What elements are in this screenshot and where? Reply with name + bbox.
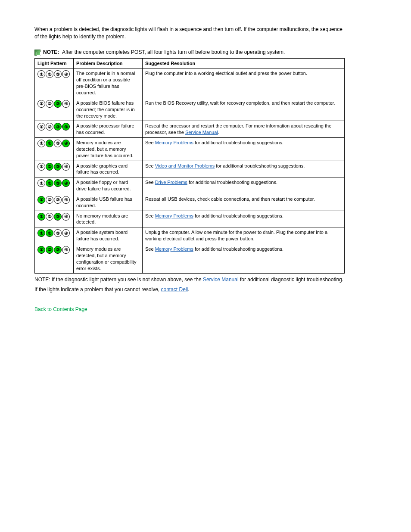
diagnostic-light-4: ④ [62, 213, 70, 221]
diagnostic-light-3: ③ [54, 179, 62, 187]
resolution-cell: See Memory Problems for additional troub… [143, 244, 345, 274]
back-to-contents-link[interactable]: Back to Contents Page [34, 306, 87, 312]
diagnostic-light-2: ② [46, 140, 53, 147]
table-row: ①②③④Memory modules are detected, but a m… [35, 138, 345, 161]
diagnostic-light-4: ④ [62, 196, 70, 204]
table-row: ①②③④A possible processor failure has occ… [35, 121, 345, 138]
diagnostic-light-2: ② [46, 246, 53, 254]
diagnostic-light-1: ① [37, 123, 45, 131]
problem-description-cell: A possible BIOS failure has occurred; th… [74, 98, 143, 121]
diagnostic-light-1: ① [37, 229, 45, 237]
resolution-cell: Reseat all USB devices, check cable conn… [143, 194, 345, 211]
light-pattern-cell: ①②③④ [35, 98, 74, 121]
diagnostic-light-1: ① [37, 213, 45, 221]
table-row: ①②③④A possible system board failure has … [35, 227, 345, 244]
diagnostic-light-4: ④ [62, 123, 70, 131]
closing-note: NOTE: If the diagnostic light pattern yo… [34, 276, 345, 283]
diagnostic-light-3: ③ [54, 196, 62, 204]
diagnostic-light-3: ③ [54, 123, 62, 131]
diagnostic-light-3: ③ [54, 229, 62, 237]
problem-description-cell: A possible system board failure has occu… [74, 227, 143, 244]
diagnostic-light-2: ② [46, 213, 53, 221]
problem-description-cell: A possible floppy or hard drive failure … [74, 177, 143, 194]
col-header-light-pattern: Light Pattern [35, 58, 74, 68]
light-pattern-cell: ①②③④ [35, 194, 74, 211]
note-label: NOTE: [43, 49, 59, 55]
diagnostic-light-2: ② [46, 123, 53, 131]
diagnostic-light-4: ④ [62, 70, 70, 78]
problem-description-cell: The computer is in a normal off conditio… [74, 68, 143, 98]
diagnostic-light-1: ① [37, 140, 45, 147]
intro-paragraph: When a problem is detected, the diagnost… [34, 26, 345, 40]
resolution-cell: See Drive Problems for additional troubl… [143, 177, 345, 194]
light-pattern-cell: ①②③④ [35, 138, 74, 161]
problem-description-cell: No memory modules are detected. [74, 211, 143, 227]
diagnostic-light-4: ④ [62, 140, 70, 147]
resolution-cell: See Memory Problems for additional troub… [143, 211, 345, 227]
diagnostic-light-2: ② [46, 179, 53, 187]
diagnostic-light-1: ① [37, 246, 45, 254]
diagnostic-lights-table: Light Pattern Problem Description Sugges… [34, 58, 345, 274]
diagnostic-light-3: ③ [54, 70, 62, 78]
resolution-cell: Unplug the computer. Allow one minute fo… [143, 227, 345, 244]
light-pattern-cell: ①②③④ [35, 227, 74, 244]
resolution-cell: See Video and Monitor Problems for addit… [143, 161, 345, 177]
light-pattern-cell: ①②③④ [35, 68, 74, 98]
diagnostic-light-2: ② [46, 163, 53, 171]
diagnostic-light-4: ④ [62, 229, 70, 237]
diagnostic-light-3: ③ [54, 246, 62, 254]
diagnostic-light-3: ③ [54, 213, 62, 221]
diagnostic-light-2: ② [46, 229, 53, 237]
problem-description-cell: Memory modules are detected, but a memor… [74, 244, 143, 274]
diagnostic-light-1: ① [37, 179, 45, 187]
note-block: NOTE: After the computer completes POST,… [34, 49, 377, 56]
diagnostic-light-3: ③ [54, 163, 62, 171]
col-header-res: Suggested Resolution [143, 58, 345, 68]
resolution-cell: Plug the computer into a working electri… [143, 68, 345, 98]
diagnostic-light-1: ① [37, 163, 45, 171]
table-row: ①②③④Memory modules are detected, but a m… [35, 244, 345, 274]
table-row: ①②③④A possible USB failure has occurred.… [35, 194, 345, 211]
resolution-cell: Reseat the processor and restart the com… [143, 121, 345, 138]
diagnostic-light-4: ④ [62, 100, 70, 108]
note-text: After the computer completes POST, all f… [62, 49, 285, 55]
problem-description-cell: A possible USB failure has occurred. [74, 194, 143, 211]
table-row: ①②③④A possible BIOS failure has occurred… [35, 98, 345, 121]
diagnostic-light-1: ① [37, 100, 45, 108]
diagnostic-light-2: ② [46, 100, 53, 108]
light-pattern-cell: ①②③④ [35, 161, 74, 177]
diagnostic-light-1: ① [37, 196, 45, 204]
diagnostic-light-2: ② [46, 196, 53, 204]
diagnostic-light-1: ① [37, 70, 45, 78]
table-row: ①②③④A possible floppy or hard drive fail… [35, 177, 345, 194]
table-row: ①②③④No memory modules are detected.See M… [35, 211, 345, 227]
diagnostic-light-4: ④ [62, 246, 70, 254]
resolution-cell: Run the BIOS Recovery utility, wait for … [143, 98, 345, 121]
diagnostic-light-3: ③ [54, 100, 62, 108]
diagnostic-light-4: ④ [62, 163, 70, 171]
col-header-desc: Problem Description [74, 58, 143, 68]
note-icon [34, 50, 40, 56]
problem-description-cell: Memory modules are detected, but a memor… [74, 138, 143, 161]
light-pattern-cell: ①②③④ [35, 177, 74, 194]
diagnostic-light-3: ③ [54, 140, 62, 147]
light-pattern-cell: ①②③④ [35, 121, 74, 138]
table-row: ①②③④A possible graphics card failure has… [35, 161, 345, 177]
closing-text: If the lights indicate a problem that yo… [34, 286, 345, 293]
table-row: ①②③④The computer is in a normal off cond… [35, 68, 345, 98]
problem-description-cell: A possible graphics card failure has occ… [74, 161, 143, 177]
light-pattern-cell: ①②③④ [35, 244, 74, 274]
diagnostic-light-4: ④ [62, 179, 70, 187]
diagnostic-light-2: ② [46, 70, 53, 78]
light-pattern-cell: ①②③④ [35, 211, 74, 227]
resolution-cell: See Memory Problems for additional troub… [143, 138, 345, 161]
problem-description-cell: A possible processor failure has occurre… [74, 121, 143, 138]
